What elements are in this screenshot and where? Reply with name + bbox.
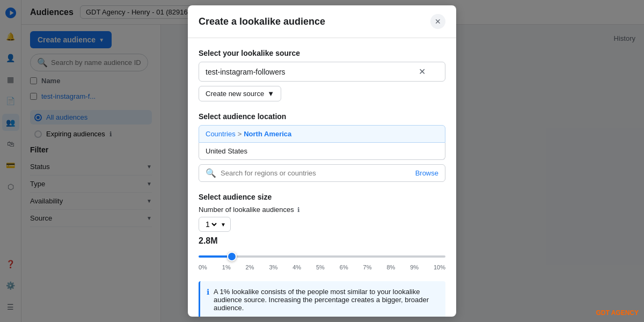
- search-regions-input[interactable]: [221, 169, 411, 177]
- location-tag-value: United States: [206, 147, 247, 155]
- modal: Create a lookalike audience ✕ Select you…: [188, 5, 456, 317]
- size-section-label: Select audience size: [199, 193, 445, 201]
- tick-8: 8%: [386, 264, 395, 270]
- tick-0: 0%: [199, 264, 207, 270]
- audience-size-slider[interactable]: [199, 255, 445, 258]
- modal-body: Select your lookalike source test-instag…: [188, 38, 456, 317]
- source-clear-button[interactable]: ✕: [419, 67, 426, 77]
- info-box: ℹ A 1% lookalike consists of the people …: [199, 281, 445, 317]
- create-new-source-chevron-icon: ▼: [267, 90, 274, 98]
- tick-4: 4%: [292, 264, 301, 270]
- location-tag: United States: [199, 143, 445, 160]
- number-select[interactable]: 1 2 3: [203, 219, 218, 229]
- number-label: Number of lookalike audiences: [199, 206, 294, 214]
- location-section: Select audience location Countries > Nor…: [199, 112, 445, 182]
- tick-labels: 0% 1% 2% 3% 4% 5% 6% 7% 8% 9% 10%: [199, 264, 445, 270]
- tick-5: 5%: [316, 264, 325, 270]
- tick-9: 9%: [410, 264, 419, 270]
- tick-6: 6%: [340, 264, 348, 270]
- tick-1: 1%: [222, 264, 231, 270]
- create-new-source-button[interactable]: Create new source ▼: [199, 86, 281, 101]
- source-section: Select your lookalike source test-instag…: [199, 49, 445, 101]
- size-display-value: 2.8M: [199, 236, 445, 246]
- info-box-text: A 1% lookalike consists of the people mo…: [214, 288, 439, 312]
- tick-10: 10%: [434, 264, 445, 270]
- modal-header: Create a lookalike audience ✕: [188, 5, 456, 38]
- breadcrumb-separator: >: [238, 130, 242, 138]
- number-info-icon: ℹ: [297, 206, 300, 214]
- number-select-wrap[interactable]: 1 2 3 ▼: [199, 217, 231, 232]
- location-breadcrumb: Countries > North America: [199, 125, 445, 143]
- tick-3: 3%: [269, 264, 277, 270]
- modal-title: Create a lookalike audience: [199, 16, 325, 27]
- modal-overlay: Create a lookalike audience ✕ Select you…: [0, 0, 644, 322]
- breadcrumb-current[interactable]: North America: [244, 130, 291, 138]
- source-value: test-instagram-followers: [206, 68, 414, 76]
- search-regions-icon: 🔍: [206, 168, 216, 178]
- source-section-label: Select your lookalike source: [199, 49, 445, 57]
- number-select-chevron-icon: ▼: [221, 222, 226, 228]
- browse-button[interactable]: Browse: [415, 169, 438, 177]
- tick-7: 7%: [363, 264, 372, 270]
- location-section-label: Select audience location: [199, 112, 445, 121]
- source-input-wrap: test-instagram-followers ✕: [199, 62, 445, 82]
- modal-close-button[interactable]: ✕: [430, 14, 445, 29]
- slider-wrap: [199, 250, 445, 260]
- search-regions: 🔍 Browse: [199, 164, 445, 182]
- create-new-source-label: Create new source: [206, 90, 264, 98]
- info-box-icon: ℹ: [207, 288, 209, 312]
- breadcrumb-countries-link[interactable]: Countries: [206, 130, 236, 138]
- size-section: Select audience size Number of lookalike…: [199, 193, 445, 270]
- brand-logo: GDT AGENCY: [596, 309, 639, 317]
- tick-2: 2%: [246, 264, 254, 270]
